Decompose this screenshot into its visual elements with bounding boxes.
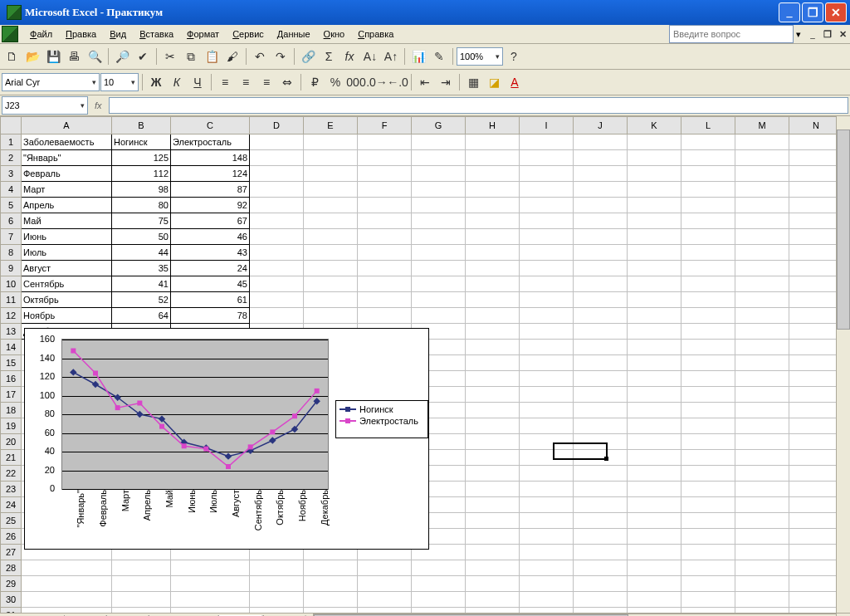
cell-K12[interactable]: [628, 308, 681, 324]
cell-H17[interactable]: [466, 387, 520, 403]
cell-E4[interactable]: [304, 182, 358, 198]
cell-A30[interactable]: [22, 592, 112, 608]
cell-N26[interactable]: [789, 529, 843, 545]
cell-L9[interactable]: [681, 261, 735, 276]
cell-H6[interactable]: [466, 213, 520, 229]
row-header-5[interactable]: 5: [1, 198, 22, 213]
save-button[interactable]: 💾: [43, 46, 63, 66]
row-header-23[interactable]: 23: [1, 482, 22, 497]
cell-E3[interactable]: [304, 166, 358, 182]
cell-G2[interactable]: [412, 150, 466, 166]
cell-G5[interactable]: [412, 198, 466, 213]
cell-H11[interactable]: [466, 292, 520, 308]
cell-G28[interactable]: [412, 560, 466, 576]
cell-K30[interactable]: [628, 592, 681, 608]
redo-button[interactable]: ↷: [271, 46, 291, 66]
cell-B1[interactable]: Ногинск: [112, 134, 171, 150]
percent-button[interactable]: %: [325, 72, 345, 92]
cell-H16[interactable]: [466, 371, 520, 387]
cell-K24[interactable]: [628, 497, 681, 513]
worksheet-area[interactable]: ABCDEFGHIJKLMN1ЗаболеваемостьНогинскЭлек…: [0, 116, 850, 613]
cell-M19[interactable]: [735, 418, 789, 434]
row-header-1[interactable]: 1: [1, 134, 22, 150]
cell-K3[interactable]: [628, 166, 681, 182]
row-header-11[interactable]: 11: [1, 292, 22, 308]
cell-F7[interactable]: [358, 229, 412, 245]
doc-minimize-button[interactable]: _: [807, 29, 818, 39]
cell-J24[interactable]: [574, 497, 628, 513]
cell-H21[interactable]: [466, 450, 520, 466]
cell-J30[interactable]: [574, 592, 628, 608]
cell-L8[interactable]: [681, 245, 735, 261]
row-header-28[interactable]: 28: [1, 560, 22, 576]
cell-B3[interactable]: 112: [112, 166, 171, 182]
cell-G30[interactable]: [412, 592, 466, 608]
cell-A10[interactable]: Сентябрь: [22, 276, 112, 292]
row-header-14[interactable]: 14: [1, 340, 22, 355]
chart-wizard-button[interactable]: 📊: [408, 46, 428, 66]
cell-D7[interactable]: [250, 229, 304, 245]
cell-M8[interactable]: [735, 245, 789, 261]
help-button[interactable]: ?: [504, 46, 524, 66]
cell-L5[interactable]: [681, 198, 735, 213]
drawing-button[interactable]: ✎: [429, 46, 449, 66]
cell-E29[interactable]: [304, 576, 358, 592]
cell-M1[interactable]: [735, 134, 789, 150]
cell-L14[interactable]: [681, 340, 735, 355]
comma-button[interactable]: 000: [346, 72, 366, 92]
cell-N3[interactable]: [789, 166, 843, 182]
row-header-16[interactable]: 16: [1, 371, 22, 387]
cell-M7[interactable]: [735, 229, 789, 245]
cell-E12[interactable]: [304, 308, 358, 324]
cell-K23[interactable]: [628, 482, 681, 497]
cell-F4[interactable]: [358, 182, 412, 198]
cell-J2[interactable]: [574, 150, 628, 166]
cell-H26[interactable]: [466, 529, 520, 545]
cell-F9[interactable]: [358, 261, 412, 276]
cell-C10[interactable]: 45: [171, 276, 250, 292]
borders-button[interactable]: ▦: [463, 72, 483, 92]
cell-K9[interactable]: [628, 261, 681, 276]
cell-N21[interactable]: [789, 450, 843, 466]
cell-M16[interactable]: [735, 371, 789, 387]
formula-bar[interactable]: [109, 97, 848, 114]
cell-D2[interactable]: [250, 150, 304, 166]
cell-D8[interactable]: [250, 245, 304, 261]
cell-H15[interactable]: [466, 355, 520, 371]
row-header-8[interactable]: 8: [1, 245, 22, 261]
cell-N16[interactable]: [789, 371, 843, 387]
cell-J27[interactable]: [574, 545, 628, 560]
cell-I20[interactable]: [520, 434, 574, 450]
cell-D1[interactable]: [250, 134, 304, 150]
cell-G12[interactable]: [412, 308, 466, 324]
cell-K26[interactable]: [628, 529, 681, 545]
cell-L26[interactable]: [681, 529, 735, 545]
cell-D11[interactable]: [250, 292, 304, 308]
cell-L22[interactable]: [681, 466, 735, 482]
name-box[interactable]: J23 ▾: [2, 96, 88, 115]
cell-M6[interactable]: [735, 213, 789, 229]
row-header-13[interactable]: 13: [1, 324, 22, 340]
cell-H25[interactable]: [466, 513, 520, 529]
function-button[interactable]: fx: [340, 46, 359, 66]
cell-K20[interactable]: [628, 434, 681, 450]
cell-M14[interactable]: [735, 340, 789, 355]
cell-H18[interactable]: [466, 403, 520, 418]
ask-a-question-box[interactable]: [669, 25, 794, 43]
cell-G4[interactable]: [412, 182, 466, 198]
cell-A2[interactable]: "Январь": [22, 150, 112, 166]
cell-L7[interactable]: [681, 229, 735, 245]
menu-вид[interactable]: Вид: [103, 27, 133, 42]
cell-A9[interactable]: Август: [22, 261, 112, 276]
cell-I2[interactable]: [520, 150, 574, 166]
cell-M2[interactable]: [735, 150, 789, 166]
cell-K25[interactable]: [628, 513, 681, 529]
cell-B31[interactable]: [112, 608, 171, 614]
cell-H3[interactable]: [466, 166, 520, 182]
cell-N22[interactable]: [789, 466, 843, 482]
cell-K19[interactable]: [628, 418, 681, 434]
cell-M28[interactable]: [735, 560, 789, 576]
cell-E28[interactable]: [304, 560, 358, 576]
cell-J1[interactable]: [574, 134, 628, 150]
cell-J10[interactable]: [574, 276, 628, 292]
